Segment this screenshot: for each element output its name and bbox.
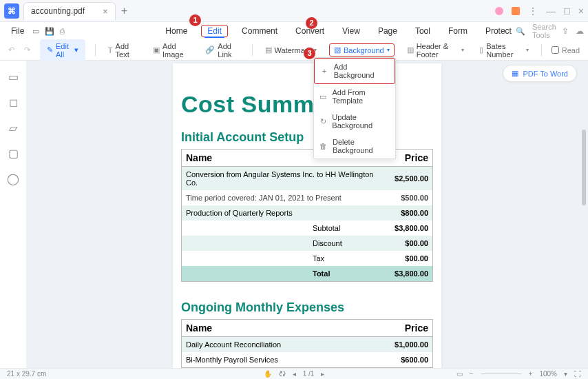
section1-table: NamePrice Conversion from Angular System… (181, 149, 433, 282)
bates-icon: ▯ (479, 45, 483, 54)
menu-comment[interactable]: Comment (238, 25, 282, 37)
file-menu[interactable]: File (6, 25, 30, 37)
background-dropdown: +Add Background ▭Add From Template ↻Upda… (313, 57, 396, 159)
chevron-down-icon: ▾ (387, 47, 390, 53)
toolbar: ↶ ↷ ✎ Edit All ▾ TAdd Text ▣Add Image 🔗A… (0, 40, 588, 61)
text-icon: T (108, 46, 113, 54)
chevron-down-icon: ▾ (526, 47, 529, 53)
menu-view[interactable]: View (338, 25, 364, 37)
share-icon[interactable]: ⇪ (562, 26, 569, 36)
section2-heading: Ongoing Monthly Expenses (181, 301, 433, 314)
rotate-icon[interactable]: 🗘 (279, 370, 286, 378)
save-icon[interactable]: 💾 (45, 27, 54, 36)
page-dimensions: 21 x 29.7 cm (7, 370, 46, 378)
maximize-icon[interactable]: □ (564, 6, 569, 17)
more-icon[interactable]: ⋮ (528, 6, 538, 17)
menu-home[interactable]: Home (161, 25, 191, 37)
chevron-down-icon: ▾ (461, 47, 464, 53)
new-tab-icon[interactable]: + (121, 5, 127, 17)
file-tab[interactable]: accounting.pdf × (23, 2, 116, 20)
minimize-icon[interactable]: — (546, 6, 556, 17)
cloud-icon[interactable]: ☁ (576, 26, 584, 36)
header-footer-button[interactable]: ▥Header & Footer▾ (404, 41, 468, 60)
account-icon[interactable] (495, 7, 503, 15)
menu-form[interactable]: Form (444, 25, 472, 37)
titlebar: ⌘ accounting.pdf × + ⋮ — □ × (0, 0, 588, 22)
search-panel-icon[interactable]: ◯ (7, 172, 19, 185)
dd-delete-background[interactable]: 🗑Delete Background (314, 134, 395, 158)
workspace: ▭ ◻ ▱ ▢ ◯ ▦ PDF To Word Cost Summary Ini… (0, 61, 588, 368)
layers-icon[interactable]: ▢ (8, 147, 19, 160)
zoom-out-icon[interactable]: − (470, 370, 474, 378)
edit-all-button[interactable]: ✎ Edit All ▾ (40, 39, 85, 61)
search-icon[interactable]: 🔍 (516, 27, 525, 36)
close-tab-icon[interactable]: × (103, 6, 108, 17)
add-image-button[interactable]: ▣Add Image (150, 41, 193, 60)
col-name2: Name (182, 320, 360, 337)
background-icon: ▧ (334, 45, 341, 54)
document-page: Cost Summary Initial Account Setup NameP… (173, 63, 441, 368)
col-price: Price (390, 150, 432, 167)
undo-icon[interactable]: ↶ (8, 45, 14, 54)
page-total: /1 (308, 370, 314, 378)
template-icon: ▭ (319, 92, 326, 101)
image-icon: ▣ (153, 45, 160, 54)
thumbnails-icon[interactable]: ▭ (8, 70, 19, 83)
menubar: File ▭ 💾 ⎙ Home Edit Comment Convert Vie… (0, 22, 588, 40)
file-tab-name: accounting.pdf (31, 6, 85, 16)
bookmarks-icon[interactable]: ◻ (9, 96, 18, 109)
menu-protect[interactable]: Protect (481, 25, 516, 37)
add-text-button[interactable]: TAdd Text (105, 41, 140, 60)
statusbar: 21 x 29.7 cm ✋ 🗘 ◂ 1 /1 ▸ ▭ − + 100% ▾ ⛶ (0, 368, 588, 379)
search-tools-ph[interactable]: Search Tools (532, 23, 556, 39)
page-current[interactable]: 1 (303, 370, 307, 378)
dd-add-from-template[interactable]: ▭Add From Template (314, 84, 395, 109)
tab-group: accounting.pdf × + (23, 2, 127, 20)
menu-page[interactable]: Page (374, 25, 401, 37)
header-icon: ▥ (407, 45, 414, 54)
attachments-icon[interactable]: ▱ (9, 121, 17, 134)
link-icon: 🔗 (205, 45, 215, 54)
fit-icon[interactable]: ▭ (456, 370, 463, 378)
next-page-icon[interactable]: ▸ (321, 370, 324, 378)
read-checkbox[interactable] (552, 46, 559, 54)
bates-number-button[interactable]: ▯Bates Number▾ (476, 41, 531, 60)
callout-badge-1: 1 (189, 14, 201, 26)
chevron-down-icon[interactable]: ▾ (564, 370, 567, 378)
print-icon[interactable]: ⎙ (60, 27, 65, 36)
section2-table: NamePrice Daily Account Reconciliation$1… (181, 319, 433, 368)
scroll-thumb[interactable] (582, 130, 586, 205)
refresh-icon: ↻ (319, 117, 326, 126)
fullscreen-icon[interactable]: ⛶ (574, 370, 581, 378)
read-toggle[interactable]: Read (552, 46, 580, 54)
dd-update-background[interactable]: ↻Update Background (314, 109, 395, 134)
canvas[interactable]: ▦ PDF To Word Cost Summary Initial Accou… (26, 61, 588, 368)
redo-icon[interactable]: ↷ (24, 45, 30, 54)
trash-icon: 🗑 (319, 142, 327, 150)
callout-badge-3: 3 (304, 48, 315, 59)
col-price2: Price (360, 320, 433, 337)
pencil-icon: ✎ (47, 45, 53, 54)
close-icon[interactable]: × (578, 6, 584, 17)
zoom-value[interactable]: 100% (539, 370, 557, 378)
zoom-slider[interactable] (481, 373, 522, 374)
prev-page-icon[interactable]: ◂ (293, 370, 296, 378)
app-logo: ⌘ (4, 3, 19, 19)
pdf-to-word-button[interactable]: ▦ PDF To Word (503, 65, 577, 82)
menu-edit[interactable]: Edit (201, 25, 228, 37)
word-icon: ▦ (512, 69, 518, 78)
open-icon[interactable]: ▭ (32, 27, 39, 36)
chevron-down-icon: ▾ (74, 45, 78, 54)
scrollbar[interactable] (582, 130, 586, 354)
window-controls: ⋮ — □ × (495, 6, 584, 17)
menu-tool[interactable]: Tool (411, 25, 434, 37)
hand-icon[interactable]: ✋ (264, 370, 272, 378)
background-button[interactable]: ▧Background▾ (329, 43, 395, 57)
dd-add-background[interactable]: +Add Background (314, 58, 395, 84)
add-link-button[interactable]: 🔗Add Link (202, 41, 242, 60)
watermark-icon: ▤ (265, 45, 272, 54)
zoom-in-icon[interactable]: + (529, 370, 533, 378)
callout-badge-2: 2 (306, 17, 317, 29)
app-badge-icon[interactable] (512, 7, 520, 15)
plus-icon: + (320, 67, 328, 75)
